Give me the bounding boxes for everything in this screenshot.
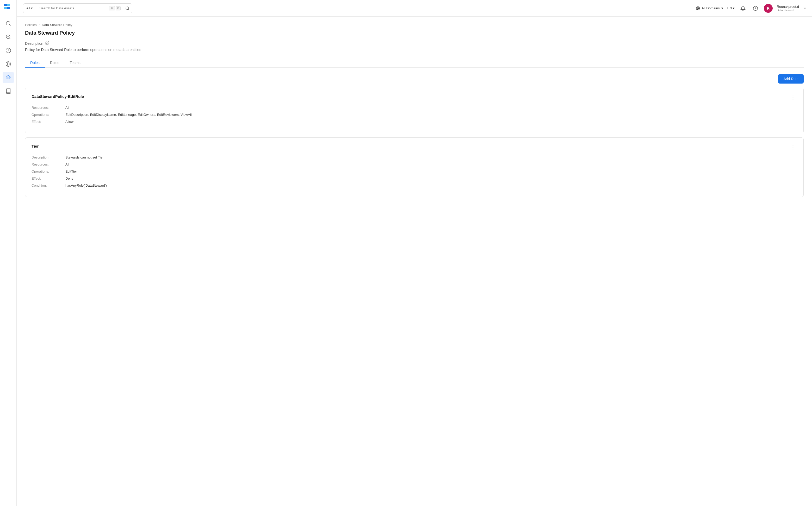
rule-card-2: Tier ⋮ Description: Stewards can not set… bbox=[25, 138, 804, 197]
rule-2-resources-value: All bbox=[65, 162, 69, 166]
main-area: All ▾ ⌘ K All Domains bbox=[17, 0, 812, 506]
rule-2-desc-label: Description: bbox=[31, 155, 65, 159]
rule-2-desc-value: Stewards can not set Tier bbox=[65, 155, 104, 159]
domain-label: All Domains bbox=[702, 6, 720, 10]
domain-selector[interactable]: All Domains ▾ bbox=[696, 6, 723, 10]
user-name: Rounakpreet.d bbox=[777, 5, 799, 9]
rule-2-effect-label: Effect: bbox=[31, 176, 65, 180]
rule-2-name: Tier bbox=[31, 144, 39, 148]
rule-1-field-operations: Operations: EditDescription, EditDisplay… bbox=[31, 113, 797, 116]
breadcrumb-separator: / bbox=[39, 23, 40, 27]
lang-label: EN bbox=[727, 6, 732, 10]
rule-2-field-effect: Effect: Deny bbox=[31, 176, 797, 180]
description-header: Description bbox=[25, 41, 804, 46]
svg-rect-0 bbox=[4, 4, 7, 6]
user-menu-chevron[interactable]: ▾ bbox=[804, 6, 806, 10]
rule-2-field-resources: Resources: All bbox=[31, 162, 797, 166]
rule-2-operations-value: EditTier bbox=[65, 169, 77, 173]
rule-1-resources-value: All bbox=[65, 106, 69, 109]
topbar-right: All Domains ▾ EN ▾ bbox=[696, 4, 806, 13]
breadcrumb: Policies / Data Steward Policy bbox=[25, 23, 804, 27]
rule-1-field-effect: Effect: Allow bbox=[31, 120, 797, 123]
sidebar-item-globe[interactable] bbox=[3, 58, 14, 70]
help-button[interactable] bbox=[751, 4, 760, 12]
rule-1-effect-label: Effect: bbox=[31, 120, 65, 123]
breadcrumb-policies-link[interactable]: Policies bbox=[25, 23, 37, 27]
search-container: All ▾ ⌘ K bbox=[23, 3, 132, 13]
svg-point-18 bbox=[126, 7, 129, 10]
rule-2-field-operations: Operations: EditTier bbox=[31, 169, 797, 173]
description-edit-icon[interactable] bbox=[45, 41, 49, 46]
lang-chevron: ▾ bbox=[733, 6, 735, 10]
add-rule-button[interactable]: Add Rule bbox=[778, 74, 804, 84]
search-shortcut: ⌘ K bbox=[107, 6, 123, 10]
user-role: Data Steward bbox=[777, 9, 799, 12]
tab-teams[interactable]: Teams bbox=[65, 58, 86, 68]
rule-2-menu-button[interactable]: ⋮ bbox=[789, 144, 797, 150]
user-avatar[interactable]: R bbox=[764, 4, 773, 13]
tab-roles[interactable]: Roles bbox=[45, 58, 65, 68]
rule-2-resources-label: Resources: bbox=[31, 162, 65, 166]
rules-list: DataStewardPolicy-EditRule ⋮ Resources: … bbox=[25, 88, 804, 197]
sidebar-item-explore[interactable] bbox=[3, 31, 14, 43]
description-text: Policy for Data Steward Role to perform … bbox=[25, 48, 804, 52]
app-logo[interactable] bbox=[4, 3, 13, 12]
topbar: All ▾ ⌘ K All Domains bbox=[17, 0, 812, 17]
sidebar bbox=[0, 0, 17, 506]
rule-2-operations-label: Operations: bbox=[31, 169, 65, 173]
rule-2-condition-label: Condition: bbox=[31, 183, 65, 187]
search-button[interactable] bbox=[123, 4, 132, 13]
svg-rect-3 bbox=[7, 7, 10, 9]
search-type-label: All bbox=[26, 6, 30, 10]
rule-1-menu-button[interactable]: ⋮ bbox=[789, 94, 797, 100]
rule-1-resources-label: Resources: bbox=[31, 106, 65, 109]
sidebar-item-discover[interactable] bbox=[3, 18, 14, 29]
rule-1-name: DataStewardPolicy-EditRule bbox=[31, 94, 84, 99]
svg-rect-2 bbox=[4, 7, 7, 9]
rule-2-field-description: Description: Stewards can not set Tier bbox=[31, 155, 797, 159]
search-input[interactable] bbox=[36, 4, 106, 13]
svg-rect-1 bbox=[7, 4, 10, 6]
svg-point-21 bbox=[753, 6, 757, 10]
search-type-dropdown[interactable]: All ▾ bbox=[23, 4, 36, 13]
svg-point-4 bbox=[6, 21, 10, 25]
user-info[interactable]: Rounakpreet.d Data Steward bbox=[777, 5, 799, 12]
breadcrumb-current: Data Steward Policy bbox=[42, 23, 72, 27]
rule-2-effect-value: Deny bbox=[65, 176, 73, 180]
rule-1-field-resources: Resources: All bbox=[31, 106, 797, 109]
sidebar-item-insights[interactable] bbox=[3, 45, 14, 56]
notifications-button[interactable] bbox=[739, 4, 747, 12]
rules-toolbar: Add Rule bbox=[25, 74, 804, 84]
rule-1-operations-label: Operations: bbox=[31, 113, 65, 116]
rule-card-1: DataStewardPolicy-EditRule ⋮ Resources: … bbox=[25, 88, 804, 133]
description-section: Description Policy for Data Steward Role… bbox=[25, 41, 804, 52]
tabs: Rules Roles Teams bbox=[25, 58, 804, 68]
user-initial: R bbox=[767, 6, 769, 10]
page-title: Data Steward Policy bbox=[25, 30, 804, 36]
page-content: Policies / Data Steward Policy Data Stew… bbox=[17, 17, 812, 506]
kbd-cmd: ⌘ bbox=[109, 6, 115, 10]
sidebar-item-docs[interactable] bbox=[3, 85, 14, 97]
rule-1-operations-value: EditDescription, EditDisplayName, EditLi… bbox=[65, 113, 192, 116]
rule-card-1-header: DataStewardPolicy-EditRule ⋮ bbox=[31, 94, 797, 100]
search-type-chevron: ▾ bbox=[31, 6, 33, 10]
rule-2-field-condition: Condition: hasAnyRole('DataSteward') bbox=[31, 183, 797, 187]
domain-chevron: ▾ bbox=[721, 6, 723, 10]
rule-2-condition-value: hasAnyRole('DataSteward') bbox=[65, 183, 107, 187]
rule-card-2-header: Tier ⋮ bbox=[31, 144, 797, 150]
kbd-k: K bbox=[116, 6, 121, 10]
rule-1-effect-value: Allow bbox=[65, 120, 73, 123]
lang-selector[interactable]: EN ▾ bbox=[727, 6, 735, 10]
sidebar-item-governance[interactable] bbox=[3, 72, 14, 83]
tab-rules[interactable]: Rules bbox=[25, 58, 45, 68]
description-label: Description bbox=[25, 41, 43, 46]
